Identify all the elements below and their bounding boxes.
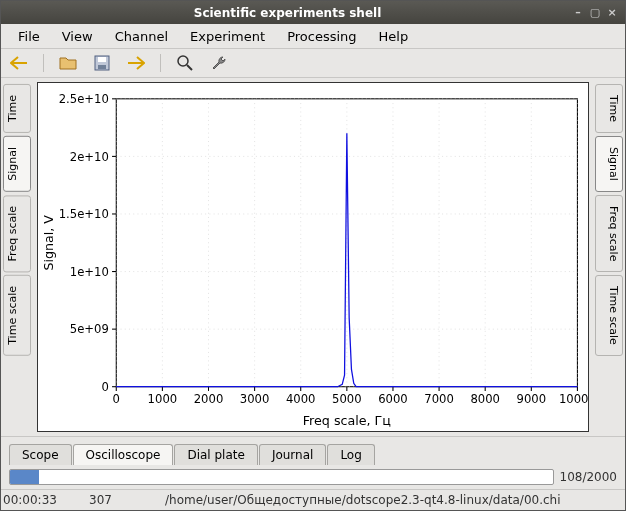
svg-text:0: 0 — [113, 392, 120, 406]
right-tab-timescale[interactable]: Time scale — [595, 275, 623, 356]
toolbar — [1, 49, 625, 78]
right-tab-signal[interactable]: Signal — [595, 136, 623, 192]
status-time: 00:00:33 — [3, 493, 65, 507]
svg-text:5e+09: 5e+09 — [70, 322, 109, 336]
save-icon[interactable] — [92, 53, 112, 73]
zoom-icon[interactable] — [175, 53, 195, 73]
left-axis-tabs: Time Signal Freq scale Time scale — [1, 78, 33, 436]
left-tab-signal[interactable]: Signal — [3, 136, 31, 192]
status-frame: 307 — [89, 493, 141, 507]
svg-text:1e+10: 1e+10 — [70, 265, 109, 279]
menu-channel[interactable]: Channel — [104, 27, 179, 46]
plot-area: 0100020003000400050006000700080009000100… — [33, 78, 593, 436]
tab-oscilloscope[interactable]: Oscilloscope — [73, 444, 174, 465]
toolbar-separator — [43, 54, 44, 72]
left-tab-time[interactable]: Time — [3, 84, 31, 133]
svg-text:Signal, V: Signal, V — [41, 215, 56, 271]
svg-text:4000: 4000 — [286, 392, 316, 406]
svg-text:Freq scale, Гц: Freq scale, Гц — [303, 413, 392, 428]
tab-dialplate[interactable]: Dial plate — [174, 444, 257, 465]
right-axis-tabs: Time Signal Freq scale Time scale — [593, 78, 625, 436]
minimize-icon[interactable]: – — [571, 6, 585, 20]
svg-text:10000: 10000 — [559, 392, 589, 406]
svg-point-3 — [178, 56, 188, 66]
progress-count: 108/2000 — [560, 470, 618, 484]
svg-text:9000: 9000 — [517, 392, 547, 406]
titlebar: Scientific experiments shell – ▢ × — [1, 1, 625, 24]
forward-arrow-icon[interactable] — [126, 53, 146, 73]
menu-file[interactable]: File — [7, 27, 51, 46]
status-path: /home/user/Общедоступные/dotscope2.3-qt4… — [165, 493, 623, 507]
svg-text:1000: 1000 — [148, 392, 178, 406]
menu-processing[interactable]: Processing — [276, 27, 367, 46]
svg-text:7000: 7000 — [424, 392, 454, 406]
maximize-icon[interactable]: ▢ — [588, 6, 602, 20]
progress-fill — [10, 470, 39, 484]
close-icon[interactable]: × — [605, 6, 619, 20]
toolbar-separator — [160, 54, 161, 72]
menu-experiment[interactable]: Experiment — [179, 27, 276, 46]
signal-chart[interactable]: 0100020003000400050006000700080009000100… — [37, 82, 589, 432]
svg-rect-1 — [98, 57, 106, 62]
progress-row: 108/2000 — [1, 465, 625, 489]
svg-text:2.5e+10: 2.5e+10 — [59, 92, 109, 106]
right-tab-time[interactable]: Time — [595, 84, 623, 133]
svg-rect-2 — [98, 65, 106, 69]
menu-help[interactable]: Help — [368, 27, 420, 46]
left-tab-timescale[interactable]: Time scale — [3, 275, 31, 356]
open-folder-icon[interactable] — [58, 53, 78, 73]
svg-text:1.5e+10: 1.5e+10 — [59, 207, 109, 221]
tab-journal[interactable]: Journal — [259, 444, 327, 465]
tab-scope[interactable]: Scope — [9, 444, 72, 465]
svg-line-4 — [187, 65, 192, 70]
window-title: Scientific experiments shell — [7, 6, 568, 20]
svg-text:5000: 5000 — [332, 392, 362, 406]
progress-bar[interactable] — [9, 469, 554, 485]
wrench-icon[interactable] — [209, 53, 229, 73]
svg-text:8000: 8000 — [470, 392, 500, 406]
tab-log[interactable]: Log — [327, 444, 374, 465]
bottom-tabs: Scope Oscilloscope Dial plate Journal Lo… — [1, 436, 625, 465]
svg-text:3000: 3000 — [240, 392, 270, 406]
back-arrow-icon[interactable] — [9, 53, 29, 73]
svg-text:6000: 6000 — [378, 392, 408, 406]
menu-view[interactable]: View — [51, 27, 104, 46]
svg-text:2e+10: 2e+10 — [70, 150, 109, 164]
svg-text:0: 0 — [101, 380, 108, 394]
status-bar: 00:00:33 307 /home/user/Общедоступные/do… — [1, 489, 625, 510]
svg-text:2000: 2000 — [194, 392, 224, 406]
left-tab-freqscale[interactable]: Freq scale — [3, 195, 31, 272]
menubar: File View Channel Experiment Processing … — [1, 24, 625, 49]
right-tab-freqscale[interactable]: Freq scale — [595, 195, 623, 272]
